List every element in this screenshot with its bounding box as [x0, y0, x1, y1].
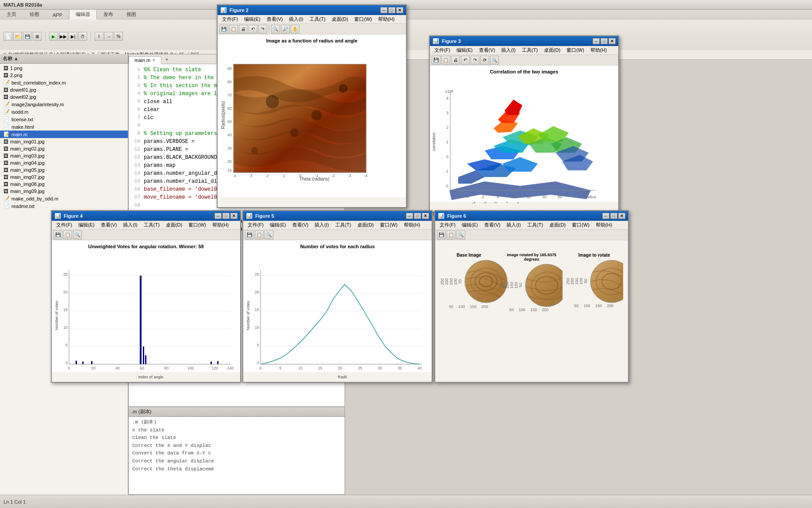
f2-zoom-out[interactable]: 🔎	[281, 25, 290, 34]
figure6-maximize[interactable]: □	[610, 213, 617, 219]
file-item[interactable]: 🖼main_img05.jpg	[0, 166, 128, 173]
tab-plot[interactable]: 绘图	[23, 9, 46, 19]
file-item[interactable]: 🖼main_img02.jpg	[0, 145, 128, 152]
f4-menu-tools[interactable]: 工具(T)	[141, 221, 162, 229]
f4-menu-edit[interactable]: 编辑(E)	[76, 221, 97, 229]
file-item[interactable]: 🖼main_img07.jpg	[0, 173, 128, 181]
f4-menu-file[interactable]: 文件(F)	[54, 221, 75, 229]
tab-app[interactable]: APP	[46, 11, 69, 19]
figure2-menu-edit[interactable]: 编辑(E)	[241, 15, 263, 23]
figure3-menu-desktop[interactable]: 桌面(D)	[541, 46, 563, 54]
f6-menu-help[interactable]: 帮助(H)	[593, 221, 615, 229]
figure5-minimize[interactable]: ─	[406, 213, 413, 219]
figure2-menu-insert[interactable]: 插入(I)	[286, 15, 306, 23]
figure4-maximize[interactable]: □	[222, 213, 230, 219]
figure3-menu-window[interactable]: 窗口(W)	[564, 46, 587, 54]
f2-tb2[interactable]: 📋	[229, 25, 238, 34]
tab-editor[interactable]: 编辑器	[69, 9, 97, 19]
file-item[interactable]: 🖼main_img09.jpg	[0, 188, 128, 195]
figure3-menu-file[interactable]: 文件(F)	[432, 46, 453, 54]
file-item[interactable]: 🖼main_img01.jpg	[0, 138, 128, 145]
figure5-close[interactable]: ✕	[422, 213, 429, 219]
f4-tb3[interactable]: 🔍	[73, 231, 82, 239]
f6-menu-desktop[interactable]: 桌面(D)	[547, 221, 568, 229]
file-item[interactable]: 📄readme.txt	[0, 202, 128, 210]
f3-tb5[interactable]: ↷	[471, 56, 479, 65]
f5-tb1[interactable]: 💾	[245, 231, 254, 239]
f2-tb5[interactable]: ↷	[258, 25, 267, 34]
file-item[interactable]: 📝best_correlation_index.m	[0, 79, 128, 86]
figure2-menu-help[interactable]: 帮助(H)	[375, 15, 397, 23]
file-item[interactable]: 📄license.txt	[0, 115, 128, 123]
file-item[interactable]: 🖼dowel02.jpg	[0, 93, 128, 100]
figure3-menu-edit[interactable]: 编辑(E)	[454, 46, 475, 54]
figure3-minimize[interactable]: ─	[593, 38, 600, 44]
toolbar-indent[interactable]: →	[104, 32, 113, 41]
figure6-close[interactable]: ✕	[618, 213, 625, 219]
f3-rotate[interactable]: ⟳	[480, 56, 489, 65]
f2-tb1[interactable]: 💾	[219, 25, 228, 34]
editor-tab-main[interactable]: main.m ✕	[129, 56, 161, 64]
f2-tb3[interactable]: 🖨	[239, 25, 248, 34]
f5-menu-edit[interactable]: 编辑(E)	[267, 221, 289, 229]
f3-tb1[interactable]: 💾	[432, 56, 440, 65]
f5-menu-file[interactable]: 文件(F)	[245, 221, 266, 229]
figure3-menu-help[interactable]: 帮助(H)	[588, 46, 609, 54]
toolbar-new[interactable]: 📄	[4, 32, 12, 41]
f2-tb4[interactable]: ↶	[249, 25, 257, 34]
f6-menu-file[interactable]: 文件(F)	[437, 221, 458, 229]
toolbar-run-section[interactable]: ▶▶	[59, 32, 68, 41]
file-item[interactable]: 🖼main_img08.jpg	[0, 181, 128, 188]
tab-view[interactable]: 视图	[120, 9, 143, 19]
figure2-menu-tools[interactable]: 工具(T)	[307, 15, 328, 23]
add-tab-button[interactable]: +	[161, 55, 172, 64]
tab-publish[interactable]: 发布	[97, 9, 120, 19]
file-item[interactable]: 🖼2.png	[0, 72, 128, 79]
figure5-maximize[interactable]: □	[414, 213, 421, 219]
f2-pan[interactable]: ✋	[291, 25, 299, 34]
f5-tb3[interactable]: 🔍	[264, 231, 273, 239]
f3-tb4[interactable]: ↶	[461, 56, 470, 65]
f6-tb2[interactable]: 📋	[447, 231, 456, 239]
tab-home[interactable]: 主页	[0, 9, 23, 19]
file-item[interactable]: 📝make_odd_by_odd.m	[0, 195, 128, 202]
figure2-menu-window[interactable]: 窗口(W)	[352, 15, 375, 23]
file-item[interactable]: 🖼main_img03.jpg	[0, 152, 128, 159]
file-item[interactable]: 📝isodd.m	[0, 108, 128, 115]
file-item[interactable]: 🖼dowel01.jpg	[0, 86, 128, 93]
figure2-close[interactable]: ✕	[396, 7, 403, 13]
f5-menu-view[interactable]: 查看(V)	[290, 221, 311, 229]
f5-menu-insert[interactable]: 插入(I)	[312, 221, 331, 229]
file-item[interactable]: 📝image2angularintesity.m	[0, 100, 128, 108]
f4-tb2[interactable]: 📋	[63, 231, 72, 239]
f5-menu-help[interactable]: 帮助(H)	[401, 221, 423, 229]
f3-zoom[interactable]: 🔍	[490, 56, 499, 65]
f4-menu-view[interactable]: 查看(V)	[98, 221, 120, 229]
figure3-maximize[interactable]: □	[601, 38, 608, 44]
f6-menu-window[interactable]: 窗口(W)	[569, 221, 592, 229]
figure2-minimize[interactable]: ─	[380, 7, 387, 13]
figure6-minimize[interactable]: ─	[602, 213, 609, 219]
toolbar-insert[interactable]: I	[95, 32, 103, 41]
f5-menu-window[interactable]: 窗口(W)	[377, 221, 400, 229]
f3-tb2[interactable]: 📋	[441, 56, 450, 65]
f4-menu-help[interactable]: 帮助(H)	[210, 221, 231, 229]
f2-zoom-in[interactable]: 🔍	[271, 25, 280, 34]
f5-menu-tools[interactable]: 工具(T)	[333, 221, 354, 229]
f6-menu-edit[interactable]: 编辑(E)	[459, 221, 481, 229]
toolbar-run-timed[interactable]: ⏱	[78, 32, 87, 41]
f4-menu-insert[interactable]: 插入(I)	[120, 221, 140, 229]
figure4-minimize[interactable]: ─	[214, 213, 222, 219]
f5-menu-desktop[interactable]: 桌面(D)	[355, 221, 376, 229]
toolbar-compare[interactable]: ⊞	[33, 32, 42, 41]
figure3-close[interactable]: ✕	[609, 38, 616, 44]
figure3-menu-insert[interactable]: 插入(I)	[498, 46, 518, 54]
f4-menu-desktop[interactable]: 桌面(D)	[163, 221, 185, 229]
f3-tb3[interactable]: 🖨	[451, 56, 460, 65]
figure3-menu-view[interactable]: 查看(V)	[476, 46, 498, 54]
file-item[interactable]: 📝main.m	[0, 131, 128, 138]
file-item[interactable]: 📄make.html	[0, 123, 128, 131]
toolbar-comment[interactable]: %	[114, 32, 123, 41]
toolbar-open[interactable]: 📂	[13, 32, 22, 41]
figure2-menu-file[interactable]: 文件(F)	[219, 15, 241, 23]
